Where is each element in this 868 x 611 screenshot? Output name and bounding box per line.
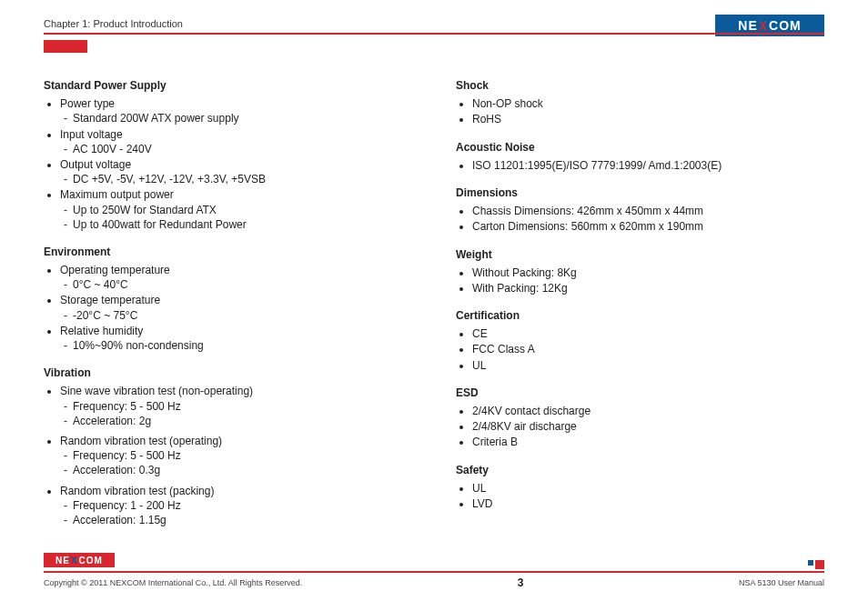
list-item: UL (472, 481, 824, 496)
sub-item: Frequency: 5 - 500 Hz (60, 399, 412, 414)
section-heading: Acoustic Noise (456, 140, 824, 155)
sub-item: Acceleration: 0.3g (60, 463, 412, 477)
section-certification: Certification CE FCC Class A UL (456, 308, 824, 373)
list-item: Relative humidity 10%~90% non-condensing (60, 324, 412, 353)
section-shock: Shock Non-OP shock RoHS (456, 78, 824, 127)
section-heading: Shock (456, 78, 824, 93)
sub-item: Standard 200W ATX power supply (60, 111, 412, 125)
list-item: Storage temperature -20°C ~ 75°C (60, 293, 412, 322)
document-name: NSA 5130 User Manual (739, 578, 824, 587)
right-column: Shock Non-OP shock RoHS Acoustic Noise I… (456, 78, 824, 556)
sub-item: Up to 250W for Standard ATX (60, 203, 412, 217)
list-item: CE (472, 326, 824, 341)
content-columns: Standard Power Supply Power type Standar… (44, 78, 824, 556)
section-heading: Weight (456, 247, 824, 262)
sub-item: DC +5V, -5V, +12V, -12V, +3.3V, +5VSB (60, 172, 412, 186)
section-heading: ESD (456, 386, 824, 400)
list-item: FCC Class A (472, 342, 824, 356)
sub-item: Frequency: 5 - 500 Hz (60, 448, 412, 463)
list-item: RoHS (472, 112, 824, 126)
sub-item: Up to 400watt for Redundant Power (60, 217, 412, 232)
sub-item: Frequency: 1 - 200 Hz (60, 498, 412, 513)
list-item: Carton Dimensions: 560mm x 620mm x 190mm (472, 219, 824, 234)
section-dimensions: Dimensions Chassis Dimensions: 426mm x 4… (456, 185, 824, 235)
list-item: 2/4/8KV air discharge (472, 419, 824, 434)
list-item: Criteria B (472, 435, 824, 449)
section-vibration: Vibration Sine wave vibration test (non-… (44, 366, 412, 527)
sub-item: Acceleration: 1.15g (60, 513, 412, 527)
list-item: LVD (472, 496, 824, 511)
list-item: Random vibration test (packing) Frequenc… (60, 484, 412, 528)
section-power-supply: Standard Power Supply Power type Standar… (44, 78, 412, 232)
section-heading: Safety (456, 463, 824, 477)
list-item: With Packing: 12Kg (472, 281, 824, 295)
sub-item: 10%~90% non-condensing (60, 338, 412, 353)
page-number: 3 (518, 576, 524, 589)
list-item: Without Packing: 8Kg (472, 265, 824, 280)
section-safety: Safety UL LVD (456, 463, 824, 512)
sub-item: AC 100V - 240V (60, 142, 412, 156)
section-acoustic-noise: Acoustic Noise ISO 11201:1995(E)/ISO 777… (456, 140, 824, 173)
section-heading: Environment (44, 245, 412, 259)
list-item: Sine wave vibration test (non-operating)… (60, 384, 412, 428)
list-item: Input voltage AC 100V - 240V (60, 127, 412, 156)
footer-rule (44, 571, 824, 573)
section-weight: Weight Without Packing: 8Kg With Packing… (456, 247, 824, 296)
list-item: Operating temperature 0°C ~ 40°C (60, 263, 412, 292)
copyright-text: Copyright © 2011 NEXCOM International Co… (44, 578, 302, 587)
list-item: 2/4KV contact discharge (472, 404, 824, 418)
sub-item: Acceleration: 2g (60, 414, 412, 428)
section-heading: Certification (456, 308, 824, 323)
section-heading: Standard Power Supply (44, 78, 412, 93)
page-footer: Copyright © 2011 NEXCOM International Co… (44, 576, 824, 589)
section-heading: Dimensions (456, 185, 824, 200)
header-rule (44, 33, 824, 35)
footer-accent-icon (802, 556, 824, 569)
list-item: Maximum output power Up to 250W for Stan… (60, 187, 412, 232)
list-item: UL (472, 358, 824, 373)
list-item: Chassis Dimensions: 426mm x 450mm x 44mm (472, 204, 824, 218)
list-item: Random vibration test (operating) Freque… (60, 434, 412, 478)
header-tab-accent (44, 40, 87, 53)
brand-logo-bottom: NEXCOM (44, 553, 115, 567)
chapter-title: Chapter 1: Product Introduction (44, 18, 183, 29)
list-item: ISO 11201:1995(E)/ISO 7779:1999/ Amd.1:2… (472, 158, 824, 173)
section-esd: ESD 2/4KV contact discharge 2/4/8KV air … (456, 386, 824, 450)
list-item: Output voltage DC +5V, -5V, +12V, -12V, … (60, 157, 412, 186)
section-heading: Vibration (44, 366, 412, 380)
sub-item: -20°C ~ 75°C (60, 308, 412, 323)
list-item: Power type Standard 200W ATX power suppl… (60, 96, 412, 125)
page-header: Chapter 1: Product Introduction NEXCOM (44, 16, 824, 42)
left-column: Standard Power Supply Power type Standar… (44, 78, 412, 556)
sub-item: 0°C ~ 40°C (60, 277, 412, 292)
list-item: Non-OP shock (472, 96, 824, 111)
section-environment: Environment Operating temperature 0°C ~ … (44, 245, 412, 353)
